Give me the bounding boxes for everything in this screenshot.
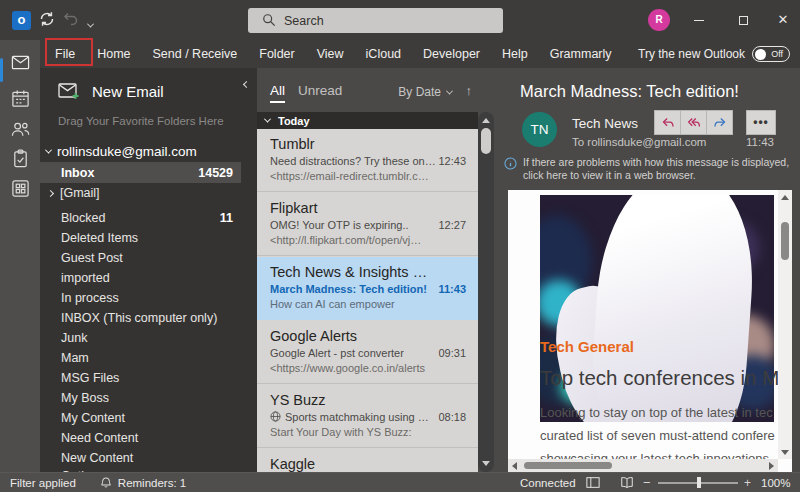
menu-file[interactable]: File [44, 47, 86, 61]
mail-icon [11, 53, 30, 72]
message-sender: Tech News & Insights … [270, 264, 468, 280]
normal-view-button[interactable] [580, 476, 606, 490]
more-actions-button[interactable]: ••• [746, 110, 776, 135]
email-time: 11:43 [746, 136, 774, 148]
normal-view-icon [586, 476, 600, 489]
list-item-kaggle[interactable]: Kaggle Competition Launch - March M…00:3… [257, 449, 478, 472]
connection-status: Connected [520, 477, 576, 489]
minimize-button[interactable] [684, 12, 714, 30]
sort-by-date-dropdown[interactable]: By Date [398, 85, 452, 99]
email-body: Tech General Top tech conferences in Mar… [508, 190, 792, 472]
nav-more-apps-button[interactable] [0, 174, 40, 202]
menu-help[interactable]: Help [491, 47, 539, 61]
apps-grid-icon [11, 179, 30, 198]
folder-in-process[interactable]: In process [40, 288, 241, 308]
folder-need-content[interactable]: Need Content [40, 428, 241, 448]
nav-tasks-button[interactable] [0, 144, 40, 172]
sort-chevron-icon [446, 87, 453, 94]
folder-inbox-computer-only[interactable]: INBOX (This computer only) [40, 308, 241, 328]
list-item-tumblr[interactable]: Tumblr Need distractions? Try these on…1… [257, 129, 478, 192]
message-preview: Start Your Day with YS Buzz: [270, 426, 468, 438]
message-list: Tumblr Need distractions? Try these on…1… [257, 129, 478, 472]
folder-imported[interactable]: imported [40, 268, 241, 288]
email-vertical-scrollbar[interactable] [778, 190, 792, 459]
message-subject: March Madness: Tech edition! [270, 283, 427, 295]
message-list-scrollbar[interactable] [478, 112, 494, 472]
folder-my-boss[interactable]: My Boss [40, 388, 241, 408]
forward-icon [712, 115, 728, 131]
group-header-today[interactable]: Today [257, 112, 478, 129]
email-horizontal-scrollbar[interactable] [508, 459, 778, 472]
zoom-in-button[interactable]: + [744, 476, 751, 490]
folder-name: Junk [61, 331, 87, 345]
folder-inbox-selected[interactable]: Inbox 14529 [40, 162, 241, 183]
email-category-label[interactable]: Tech General [540, 338, 634, 355]
message-time: 12:43 [438, 155, 468, 167]
info-icon [504, 157, 517, 170]
message-display-warning[interactable]: If there are problems with how this mess… [504, 156, 794, 182]
folder-my-content[interactable]: My Content [40, 408, 241, 428]
tab-unread[interactable]: Unread [298, 83, 342, 103]
search-input[interactable]: Search [248, 8, 503, 33]
list-item-tech-news-selected[interactable]: Tech News & Insights … March Madness: Te… [257, 257, 478, 320]
scroll-up-icon [482, 118, 490, 123]
folder-name: MSG Files [61, 371, 119, 385]
undo-icon[interactable] [62, 10, 82, 30]
customize-toolbar-chevron-icon[interactable] [88, 14, 93, 32]
people-icon [11, 119, 30, 138]
nav-mail-button[interactable] [0, 48, 40, 76]
menu-icloud[interactable]: iCloud [355, 47, 412, 61]
nav-people-button[interactable] [0, 114, 40, 142]
folder-junk[interactable]: Junk [40, 328, 241, 348]
folder-name: Need Content [61, 431, 138, 445]
menu-developer[interactable]: Developer [412, 47, 491, 61]
reading-view-button[interactable] [614, 476, 640, 490]
send-receive-sync-icon[interactable] [38, 10, 58, 30]
account-avatar[interactable]: R [648, 9, 670, 31]
reminders-status[interactable]: Reminders: 1 [100, 476, 186, 489]
account-tree-header[interactable]: rollinsduke@gmail.com [46, 144, 197, 159]
forward-button[interactable] [706, 110, 733, 135]
reply-button[interactable] [654, 110, 681, 135]
list-item-ys-buzz[interactable]: YS Buzz Sports matchmaking using … 08:18… [257, 385, 478, 448]
try-new-outlook-label: Try the new Outlook [638, 47, 745, 61]
sender-avatar[interactable]: TN [522, 112, 557, 147]
list-item-google-alerts[interactable]: Google Alerts Google Alert - pst convert… [257, 321, 478, 384]
maximize-button[interactable] [728, 12, 758, 30]
menu-send-receive[interactable]: Send / Receive [142, 47, 249, 61]
zoom-out-button[interactable]: − [643, 475, 651, 490]
folder-gmail-node[interactable]: [Gmail] [48, 186, 100, 200]
folder-mam[interactable]: Mam [40, 348, 241, 368]
folder-name: Mam [61, 351, 89, 365]
sender-name[interactable]: Tech News [572, 116, 638, 131]
email-headline: Top tech conferences in Mar [540, 366, 792, 390]
zoom-slider-thumb[interactable] [697, 477, 701, 488]
message-time: 09:31 [438, 347, 468, 359]
bell-icon [100, 476, 112, 489]
list-item-flipkart[interactable]: Flipkart OMG! Your OTP is expiring..12:2… [257, 193, 478, 256]
folder-guest-post[interactable]: Guest Post [40, 248, 241, 268]
folder-msg-files[interactable]: MSG Files [40, 368, 241, 388]
new-outlook-toggle[interactable]: Off [752, 46, 790, 62]
tab-all[interactable]: All [270, 83, 285, 103]
collapse-folder-pane-icon[interactable] [244, 73, 249, 91]
scrollbar-thumb [524, 462, 612, 469]
zoom-level[interactable]: 100% [761, 477, 790, 489]
close-button[interactable]: ✕ [768, 12, 798, 30]
folder-deleted-items[interactable]: Deleted Items [40, 228, 241, 248]
nav-calendar-button[interactable] [0, 84, 40, 112]
message-subject: Need distractions? Try these on… [270, 155, 436, 167]
new-email-button[interactable]: New Email [58, 82, 164, 101]
menu-grammarly[interactable]: Grammarly [539, 47, 623, 61]
menu-home[interactable]: Home [86, 47, 141, 61]
folder-name: Guest Post [61, 251, 123, 265]
filter-applied-status[interactable]: Filter applied [10, 477, 76, 489]
message-subject: Sports matchmaking using … [285, 411, 429, 423]
folder-blocked[interactable]: Blocked11 [40, 208, 241, 228]
sort-direction-icon[interactable]: ↑ [466, 83, 473, 98]
folder-name: In process [61, 291, 119, 305]
menu-folder[interactable]: Folder [248, 47, 305, 61]
reply-all-button[interactable] [680, 110, 707, 135]
folder-new-content[interactable]: New Content [40, 448, 241, 468]
menu-view[interactable]: View [306, 47, 355, 61]
